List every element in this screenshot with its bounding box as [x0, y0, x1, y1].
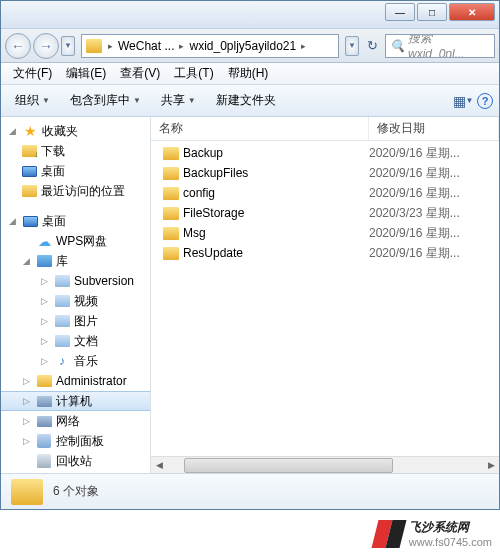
- recent-icon: [22, 185, 37, 197]
- forward-button[interactable]: →: [33, 33, 59, 59]
- back-button[interactable]: ←: [5, 33, 31, 59]
- tree-pictures[interactable]: ▷图片: [1, 311, 150, 331]
- music-icon: ♪: [54, 353, 70, 369]
- help-button[interactable]: ?: [477, 93, 493, 109]
- nav-history-dropdown[interactable]: ▼: [61, 36, 75, 56]
- folder-icon: [163, 167, 179, 180]
- close-button[interactable]: ✕: [449, 3, 495, 21]
- watermark: 飞沙系统网 www.fs0745.com: [375, 519, 492, 548]
- menu-help[interactable]: 帮助(H): [222, 63, 275, 84]
- maximize-button[interactable]: □: [417, 3, 447, 21]
- network-icon: [37, 416, 52, 427]
- tree-subversion[interactable]: ▷Subversion: [1, 271, 150, 291]
- breadcrumb-segment[interactable]: wxid_0pljy5ayildo21: [186, 39, 299, 53]
- tree-documents[interactable]: ▷文档: [1, 331, 150, 351]
- status-bar: 6 个对象: [1, 473, 499, 509]
- tree-library[interactable]: ◢库: [1, 251, 150, 271]
- menu-edit[interactable]: 编辑(E): [60, 63, 112, 84]
- documents-icon: [55, 335, 70, 347]
- desktop-icon: [23, 216, 38, 227]
- scroll-thumb[interactable]: [184, 458, 393, 473]
- folder-icon: [163, 147, 179, 160]
- star-icon: ★: [22, 123, 38, 139]
- command-bar: 组织▼ 包含到库中▼ 共享▼ 新建文件夹 ▦▼ ?: [1, 85, 499, 117]
- tree-computer[interactable]: ▷计算机: [1, 391, 150, 411]
- file-name: ResUpdate: [183, 246, 243, 260]
- tree-recycle-bin[interactable]: 回收站: [1, 451, 150, 471]
- navigation-bar: ← → ▼ ▸ WeChat ... ▸ wxid_0pljy5ayildo21…: [1, 29, 499, 63]
- file-row[interactable]: FileStorage2020/3/23 星期...: [151, 203, 499, 223]
- file-date: 2020/9/16 星期...: [369, 245, 499, 262]
- scroll-left-icon[interactable]: ◀: [151, 458, 167, 473]
- crumb-arrow-icon[interactable]: ▸: [106, 41, 115, 51]
- horizontal-scrollbar[interactable]: ◀ ▶: [151, 456, 499, 473]
- cloud-icon: ☁: [36, 233, 52, 249]
- tree-downloads[interactable]: 下载: [1, 141, 150, 161]
- share-button[interactable]: 共享▼: [153, 88, 204, 113]
- pictures-icon: [55, 315, 70, 327]
- menu-bar: 文件(F) 编辑(E) 查看(V) 工具(T) 帮助(H): [1, 63, 499, 85]
- watermark-url: www.fs0745.com: [409, 536, 492, 548]
- explorer-window: — □ ✕ ← → ▼ ▸ WeChat ... ▸ wxid_0pljy5ay…: [0, 0, 500, 510]
- address-dropdown[interactable]: ▼: [345, 36, 359, 56]
- tree-desktop[interactable]: 桌面: [1, 161, 150, 181]
- file-date: 2020/3/23 星期...: [369, 205, 499, 222]
- column-headers: 名称 修改日期: [151, 117, 499, 141]
- file-row[interactable]: Msg2020/9/16 星期...: [151, 223, 499, 243]
- tree-administrator[interactable]: ▷Administrator: [1, 371, 150, 391]
- menu-view[interactable]: 查看(V): [114, 63, 166, 84]
- search-icon: 🔍: [390, 39, 405, 53]
- file-row[interactable]: config2020/9/16 星期...: [151, 183, 499, 203]
- tree-control-panel[interactable]: ▷控制面板: [1, 431, 150, 451]
- tree-recent[interactable]: 最近访问的位置: [1, 181, 150, 201]
- tree-video[interactable]: ▷视频: [1, 291, 150, 311]
- tree-wps[interactable]: ☁WPS网盘: [1, 231, 150, 251]
- tree-network[interactable]: ▷网络: [1, 411, 150, 431]
- file-date: 2020/9/16 星期...: [369, 185, 499, 202]
- navigation-pane: ◢★收藏夹 下载 桌面 最近访问的位置 ◢桌面 ☁WPS网盘 ◢库 ▷Subve…: [1, 117, 151, 473]
- file-row[interactable]: Backup2020/9/16 星期...: [151, 143, 499, 163]
- file-date: 2020/9/16 星期...: [369, 145, 499, 162]
- desktop-icon: [22, 166, 37, 177]
- recycle-bin-icon: [37, 454, 51, 468]
- view-mode-button[interactable]: ▦▼: [453, 91, 473, 111]
- search-input[interactable]: 🔍 搜索 wxid_0pl...: [385, 34, 495, 58]
- breadcrumb-segment[interactable]: WeChat ...: [115, 39, 177, 53]
- refresh-button[interactable]: ↻: [361, 35, 383, 57]
- watermark-logo: [375, 520, 403, 548]
- file-row[interactable]: BackupFiles2020/9/16 星期...: [151, 163, 499, 183]
- menu-tools[interactable]: 工具(T): [168, 63, 219, 84]
- status-text: 6 个对象: [53, 483, 99, 500]
- minimize-button[interactable]: —: [385, 3, 415, 21]
- file-row[interactable]: ResUpdate2020/9/16 星期...: [151, 243, 499, 263]
- tree-favorites[interactable]: ◢★收藏夹: [1, 121, 150, 141]
- folder-icon: [86, 39, 102, 53]
- titlebar: — □ ✕: [1, 1, 499, 29]
- file-name: Msg: [183, 226, 206, 240]
- crumb-arrow-icon[interactable]: ▸: [299, 41, 308, 51]
- include-in-library-button[interactable]: 包含到库中▼: [62, 88, 149, 113]
- tree-desktop-root[interactable]: ◢桌面: [1, 211, 150, 231]
- file-date: 2020/9/16 星期...: [369, 225, 499, 242]
- column-header-name[interactable]: 名称: [151, 117, 369, 140]
- crumb-arrow-icon[interactable]: ▸: [177, 41, 186, 51]
- column-header-date[interactable]: 修改日期: [369, 117, 499, 140]
- file-name: BackupFiles: [183, 166, 248, 180]
- folder-icon: [11, 479, 43, 505]
- download-folder-icon: [22, 145, 37, 157]
- folder-icon: [163, 247, 179, 260]
- watermark-brand: 飞沙系统网: [409, 520, 469, 534]
- organize-button[interactable]: 组织▼: [7, 88, 58, 113]
- computer-icon: [37, 396, 52, 407]
- new-folder-button[interactable]: 新建文件夹: [208, 88, 284, 113]
- explorer-body: ◢★收藏夹 下载 桌面 最近访问的位置 ◢桌面 ☁WPS网盘 ◢库 ▷Subve…: [1, 117, 499, 473]
- menu-file[interactable]: 文件(F): [7, 63, 58, 84]
- control-panel-icon: [37, 434, 51, 448]
- library-icon: [37, 255, 52, 267]
- tree-music[interactable]: ▷♪音乐: [1, 351, 150, 371]
- scroll-right-icon[interactable]: ▶: [483, 458, 499, 473]
- user-folder-icon: [37, 375, 52, 387]
- address-bar[interactable]: ▸ WeChat ... ▸ wxid_0pljy5ayildo21 ▸: [81, 34, 339, 58]
- file-name: config: [183, 186, 215, 200]
- video-icon: [55, 295, 70, 307]
